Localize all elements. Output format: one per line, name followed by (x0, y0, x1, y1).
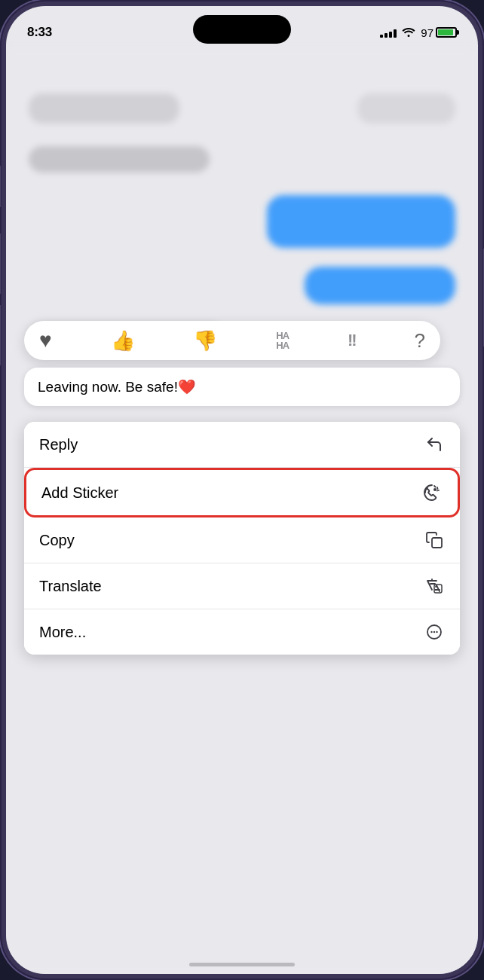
phone-frame: 8:33 97 (0, 0, 484, 980)
signal-icon (380, 27, 397, 38)
sticker-icon (421, 482, 443, 503)
translate-menu-item[interactable]: Translate (24, 563, 460, 609)
volume-down-button[interactable] (0, 305, 1, 365)
more-icon (424, 621, 445, 643)
copy-label: Copy (39, 532, 75, 549)
message-text: Leaving now. Be safe!❤️ (38, 379, 196, 395)
signal-bar-3 (389, 32, 392, 38)
home-indicator (189, 963, 295, 966)
signal-bar-4 (394, 29, 397, 38)
exclaim-reaction[interactable]: !! (348, 331, 356, 350)
add-sticker-menu-item[interactable]: Add Sticker (24, 468, 460, 517)
status-time: 8:33 (27, 25, 52, 40)
battery-icon (436, 27, 457, 38)
status-icons: 97 (380, 26, 457, 39)
question-reaction[interactable]: ? (415, 329, 425, 353)
battery-indicator: 97 (421, 26, 457, 39)
context-menu: Reply Add Sticker (24, 422, 460, 655)
haha-reaction[interactable]: HAHA (276, 331, 289, 350)
svg-point-0 (433, 488, 437, 491)
battery-fill (438, 29, 453, 35)
mute-button[interactable] (0, 166, 1, 207)
volume-up-button[interactable] (0, 234, 1, 294)
svg-point-6 (436, 631, 437, 633)
svg-rect-1 (432, 538, 442, 548)
copy-icon (424, 530, 445, 551)
svg-point-4 (430, 631, 432, 633)
signal-bar-2 (384, 33, 388, 38)
reply-menu-item[interactable]: Reply (24, 422, 460, 468)
reply-icon (424, 434, 445, 455)
thumbsdown-reaction[interactable]: 👎 (193, 329, 217, 353)
more-menu-item[interactable]: More... (24, 609, 460, 655)
reaction-bar: ♥ 👍 👎 HAHA !! ? (24, 321, 440, 360)
more-label: More... (39, 624, 86, 641)
phone-screen: 8:33 97 (6, 6, 478, 974)
signal-bar-1 (380, 35, 383, 38)
reply-label: Reply (39, 436, 78, 453)
dynamic-island (193, 15, 291, 44)
message-bubble-preview: Leaving now. Be safe!❤️ (24, 368, 460, 406)
thumbsup-reaction[interactable]: 👍 (111, 329, 135, 353)
add-sticker-label: Add Sticker (41, 484, 118, 502)
wifi-icon (402, 26, 415, 39)
translate-icon (424, 575, 445, 597)
battery-percent: 97 (421, 26, 433, 39)
translate-label: Translate (39, 578, 102, 595)
svg-point-5 (433, 631, 435, 633)
heart-reaction[interactable]: ♥ (39, 328, 52, 353)
copy-menu-item[interactable]: Copy (24, 517, 460, 563)
